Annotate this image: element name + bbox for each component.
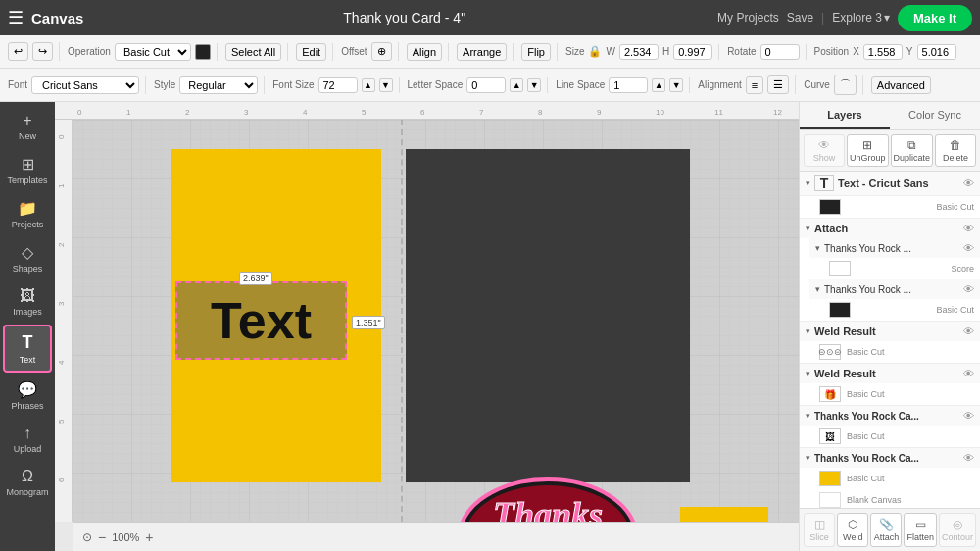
rotate-input[interactable]: [760, 44, 800, 60]
font-select[interactable]: Cricut Sans: [31, 76, 139, 94]
duplicate-button[interactable]: ⧉ Duplicate: [891, 134, 934, 167]
lock-icon[interactable]: 🔒: [588, 45, 602, 58]
sidebar-item-templates[interactable]: ⊞ Templates: [3, 149, 52, 191]
thanksyourock1-header[interactable]: ▾ Thanks You Rock ... 👁: [809, 238, 980, 258]
undo-button[interactable]: ↩: [8, 42, 28, 61]
align-center-button[interactable]: ☰: [767, 75, 789, 94]
zoom-minus-button[interactable]: −: [98, 529, 106, 545]
make-it-button[interactable]: Make It: [898, 5, 972, 31]
subgroup1-eye-icon[interactable]: 👁: [963, 242, 974, 254]
thanksca1-header[interactable]: ▾ Thanks You Rock Ca... 👁: [800, 406, 980, 426]
letter-space-input[interactable]: [466, 77, 506, 93]
thanksca1-eye-icon[interactable]: 👁: [963, 410, 974, 422]
weld1-header[interactable]: ▾ Weld Result 👁: [800, 322, 980, 341]
curve-button[interactable]: ⌒: [834, 75, 857, 95]
svg-text:0: 0: [57, 134, 66, 139]
sidebar-item-phrases[interactable]: 💬 Phrases: [3, 375, 52, 417]
text-eye-icon[interactable]: 👁: [963, 177, 974, 189]
attach-bottom-button[interactable]: 📎 Attach: [870, 513, 902, 547]
save-button[interactable]: Save: [787, 11, 813, 25]
slice-button[interactable]: ◫ Slice: [804, 513, 835, 547]
fontsize-input[interactable]: [318, 77, 358, 93]
divider: |: [821, 11, 824, 25]
flip-button[interactable]: Flip: [521, 43, 551, 61]
weld1-op: Basic Cut: [847, 347, 885, 357]
my-projects-button[interactable]: My Projects: [717, 11, 779, 25]
tab-colorsync[interactable]: Color Sync: [890, 102, 980, 129]
images-label: Images: [13, 307, 42, 317]
tab-layers[interactable]: Layers: [800, 102, 890, 129]
ungroup-button[interactable]: ⊞ UnGroup: [847, 134, 889, 167]
arrange-button[interactable]: Arrange: [457, 43, 507, 61]
line-space-input[interactable]: [609, 77, 648, 93]
y-input[interactable]: [917, 44, 956, 60]
weld1-eye-icon[interactable]: 👁: [963, 326, 974, 337]
thanksca2-yellow[interactable]: Basic Cut: [800, 468, 980, 489]
thanksca1-item[interactable]: 🖼 Basic Cut: [800, 426, 980, 447]
layer-text-basiccut[interactable]: Basic Cut: [800, 196, 980, 218]
zoom-bar: ⊙ − 100% +: [73, 522, 799, 551]
flatten-button[interactable]: ▭ Flatten: [904, 513, 937, 547]
width-input[interactable]: [619, 44, 659, 60]
dark-card-right[interactable]: [406, 149, 690, 482]
sidebar-item-monogram[interactable]: Ω Monogram: [3, 462, 52, 503]
sidebar-item-shapes[interactable]: ◇ Shapes: [3, 237, 52, 279]
subgroup2-eye-icon[interactable]: 👁: [963, 283, 974, 295]
x-input[interactable]: [863, 44, 903, 60]
sidebar-item-projects[interactable]: 📁 Projects: [3, 193, 52, 235]
attach-header[interactable]: ▾ Attach 👁: [800, 219, 980, 238]
layer-text-cricut[interactable]: ▾ T Text - Cricut Sans 👁: [800, 172, 980, 196]
subgroup2-basiccut[interactable]: Basic Cut: [809, 299, 980, 321]
delete-button[interactable]: 🗑 Delete: [935, 134, 976, 167]
thanks-sticker[interactable]: Thanks you Rock! !: [455, 473, 641, 522]
thanksca2-blank[interactable]: Blank Canvas: [800, 489, 980, 508]
text-object[interactable]: Text: [175, 281, 347, 360]
height-input[interactable]: [673, 44, 712, 60]
hamburger-icon[interactable]: ☰: [8, 7, 24, 28]
zoom-plus-button[interactable]: +: [145, 529, 153, 545]
linespace-up-button[interactable]: ▲: [652, 78, 665, 92]
score-item[interactable]: Score: [809, 258, 980, 279]
letter-down-button[interactable]: ▼: [527, 78, 541, 92]
redo-button[interactable]: ↪: [32, 42, 53, 61]
sidebar-item-images[interactable]: 🖼 Images: [3, 281, 52, 323]
svg-text:9: 9: [597, 108, 602, 117]
attach-eye-icon[interactable]: 👁: [963, 223, 974, 234]
align-left-button[interactable]: ≡: [746, 76, 763, 94]
thanksca2-eye-icon[interactable]: 👁: [963, 452, 974, 464]
thanksca2-header[interactable]: ▾ Thanks You Rock Ca... 👁: [800, 448, 980, 468]
operation-select[interactable]: Basic Cut: [115, 43, 191, 61]
select-all-button[interactable]: Select All: [225, 43, 281, 61]
edit-group: Edit: [296, 43, 333, 61]
weld2-item[interactable]: 🎁 Basic Cut: [800, 383, 980, 405]
advanced-button[interactable]: Advanced: [871, 76, 931, 94]
show-button[interactable]: 👁 Show: [804, 134, 845, 167]
letter-space-label: Letter Space: [408, 79, 464, 90]
offset-button[interactable]: ⊕: [371, 42, 392, 61]
weld1-item[interactable]: ⊝⊙⊝ Basic Cut: [800, 341, 980, 363]
edit-button[interactable]: Edit: [296, 43, 326, 61]
color-swatch[interactable]: [195, 44, 211, 60]
weld1-thumb: ⊝⊙⊝: [819, 344, 841, 360]
sidebar-item-text[interactable]: T Text: [3, 325, 52, 373]
thanksyourock2-header[interactable]: ▾ Thanks You Rock ... 👁: [809, 279, 980, 299]
weld-bottom-button[interactable]: ⬡ Weld: [837, 513, 868, 547]
zoom-fit-button[interactable]: ⊙: [82, 530, 92, 544]
style-select[interactable]: Regular: [179, 76, 258, 94]
fontsize-down-button[interactable]: ▼: [379, 78, 393, 92]
yellow-card-bottom[interactable]: [680, 507, 768, 522]
canvas-content[interactable]: Text 2.639" 1.351" Thanks you Rock!: [73, 120, 799, 522]
contour-button[interactable]: ◎ Contour: [939, 513, 976, 547]
thanksyourock1-name: Thanks You Rock ...: [824, 243, 959, 254]
explore-button[interactable]: Explore 3 ▾: [832, 11, 890, 25]
linespace-down-button[interactable]: ▼: [669, 78, 683, 92]
svg-text:4: 4: [303, 108, 308, 117]
letter-up-button[interactable]: ▲: [510, 78, 523, 92]
weld2-eye-icon[interactable]: 👁: [963, 368, 974, 379]
fontsize-up-button[interactable]: ▲: [362, 78, 375, 92]
canvas-area[interactable]: 0 1 2 3 4 5 6 7 8 9 10 11 12 0 1 2 3 4: [55, 102, 799, 551]
weld2-header[interactable]: ▾ Weld Result 👁: [800, 364, 980, 383]
sidebar-item-new[interactable]: + New: [3, 106, 52, 147]
align-button[interactable]: Align: [407, 43, 442, 61]
sidebar-item-upload[interactable]: ↑ Upload: [3, 419, 52, 460]
